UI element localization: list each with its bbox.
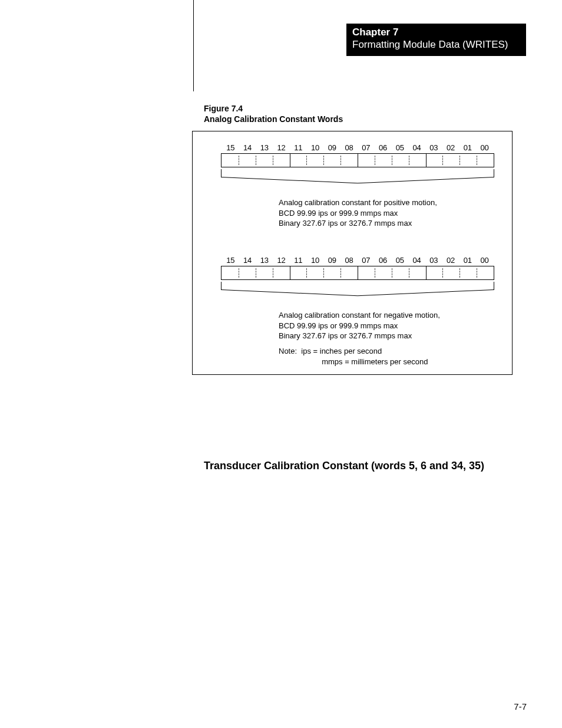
bit-label: 10 [307, 256, 324, 265]
bit-label: 07 [358, 143, 375, 152]
bit-label: 01 [459, 256, 477, 265]
bit-label: 09 [324, 256, 341, 265]
figure-box: 15 14 13 12 11 10 09 08 07 06 05 04 03 0… [192, 131, 513, 375]
vertical-divider [193, 0, 194, 91]
bit-label: 01 [459, 143, 477, 152]
bit-label: 02 [442, 256, 459, 265]
desc-line: Binary 327.67 ips or 3276.7 mmps max [279, 218, 437, 229]
bit-label: 07 [358, 256, 375, 265]
chapter-header: Chapter 7 Formatting Module Data (WRITES… [346, 24, 526, 56]
bit-label: 15 [222, 256, 239, 265]
bit-label: 00 [476, 256, 493, 265]
bit-label: 09 [324, 143, 341, 152]
note-prefix: Note: [279, 347, 297, 355]
note-block: Note: ips = inches per second mmps = mil… [279, 346, 428, 367]
desc-line: Analog calibration constant for negative… [279, 310, 440, 321]
bit-label: 10 [307, 143, 324, 152]
negative-description: Analog calibration constant for negative… [279, 310, 440, 341]
figure-caption: Figure 7.4 Analog Calibration Constant W… [204, 104, 343, 124]
chapter-label: Chapter 7 [352, 27, 520, 38]
note-text: mmps = millimeters per second [322, 357, 428, 366]
desc-line: Analog calibration constant for positive… [279, 197, 437, 208]
bit-label: 04 [408, 256, 425, 265]
bit-labels: 15 14 13 12 11 10 09 08 07 06 05 04 03 0… [221, 256, 494, 265]
bit-label: 04 [408, 143, 425, 152]
bit-label: 08 [340, 143, 358, 152]
bit-label: 11 [290, 256, 307, 265]
bit-label: 06 [375, 143, 392, 152]
desc-line: BCD 99.99 ips or 999.9 mmps max [279, 321, 440, 331]
bit-label: 14 [239, 256, 256, 265]
bit-word-positive: 15 14 13 12 11 10 09 08 07 06 05 04 03 0… [221, 143, 494, 181]
bit-label: 12 [273, 256, 290, 265]
bit-labels: 15 14 13 12 11 10 09 08 07 06 05 04 03 0… [221, 143, 494, 152]
bit-word-negative: 15 14 13 12 11 10 09 08 07 06 05 04 03 0… [221, 256, 494, 294]
bit-label: 03 [425, 256, 442, 265]
bit-row [221, 266, 494, 280]
bit-label: 11 [290, 143, 307, 152]
bit-label: 03 [425, 143, 442, 152]
brace-icon [221, 282, 494, 294]
bit-row [221, 153, 494, 167]
bit-label: 00 [476, 143, 493, 152]
chapter-subtitle: Formatting Module Data (WRITES) [352, 38, 520, 51]
note-text: ips = inches per second [301, 347, 382, 355]
figure-title: Analog Calibration Constant Words [204, 114, 343, 125]
bit-label: 05 [392, 143, 409, 152]
bit-label: 15 [222, 143, 239, 152]
positive-description: Analog calibration constant for positive… [279, 197, 437, 229]
note-line: mmps = millimeters per second [279, 357, 428, 367]
bit-label: 08 [340, 256, 358, 265]
bit-label: 06 [375, 256, 392, 265]
bit-label: 14 [239, 143, 256, 152]
bit-label: 13 [256, 256, 273, 265]
bit-label: 13 [256, 143, 273, 152]
brace-icon [221, 169, 494, 181]
section-heading: Transducer Calibration Constant (words 5… [204, 460, 484, 472]
page-number: 7-7 [514, 701, 527, 711]
bit-label: 05 [392, 256, 409, 265]
figure-number: Figure 7.4 [204, 104, 343, 114]
bit-label: 02 [442, 143, 459, 152]
desc-line: Binary 327.67 ips or 3276.7 mmps max [279, 331, 440, 341]
desc-line: BCD 99.99 ips or 999.9 mmps max [279, 208, 437, 219]
note-line: Note: ips = inches per second [279, 346, 428, 357]
bit-label: 12 [273, 143, 290, 152]
